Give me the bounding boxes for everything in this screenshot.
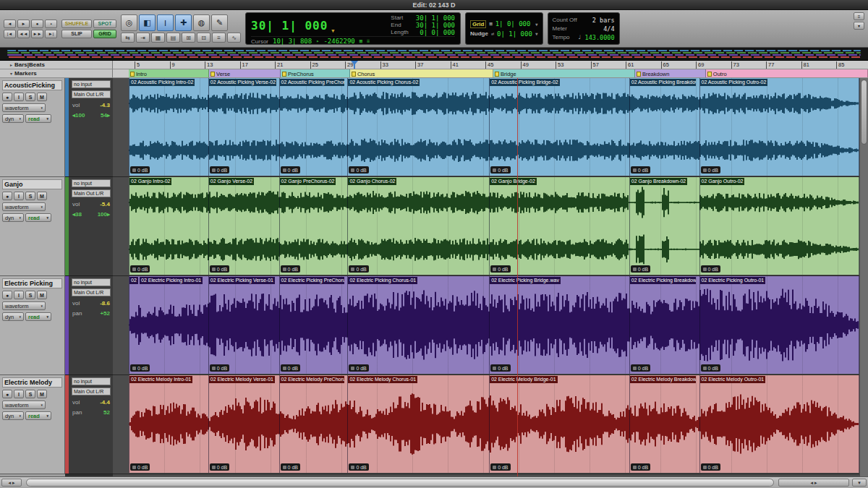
vol-value[interactable]: -8.6 [100, 300, 110, 307]
hscroll-corner-button[interactable]: ▾ [852, 479, 867, 487]
clip-gain-badge[interactable]: 0 dB [349, 364, 368, 372]
bars-beats-ruler-label[interactable]: ▸ Bars|Beats [0, 61, 113, 69]
clips-electric-melody[interactable]: 02 Electric Melody Intro-010 dB02 Electr… [129, 375, 859, 473]
solo-button[interactable]: S [25, 93, 35, 101]
markers-ruler[interactable]: IntroVersePreChorusChorusBridgeBreakdown… [113, 69, 868, 78]
tool-selector[interactable]: I [157, 14, 174, 31]
clip-gain-badge[interactable]: 0 dB [490, 265, 510, 273]
clip-gain-badge[interactable]: 0 dB [210, 364, 229, 372]
clip-gain-badge[interactable]: 0 dB [210, 463, 229, 471]
vertical-scroll-thumb[interactable] [861, 80, 867, 145]
mode-grid[interactable]: GRID [93, 30, 116, 38]
pan-values[interactable]: ◂38100▸ [72, 211, 110, 218]
pan-value[interactable]: +52 [100, 310, 110, 317]
toolbar-misc-icon-4[interactable]: ▤ [166, 33, 180, 43]
cursor-list-icon[interactable]: ≣ [367, 38, 370, 44]
toolbar-menu-icon-1[interactable]: ≡ [854, 12, 864, 20]
zoom-button-7[interactable]: ►► [31, 30, 43, 38]
automation-mode-button[interactable]: read▾ [25, 312, 51, 321]
clip-gain-badge[interactable]: 0 dB [210, 265, 229, 273]
clip-gain-badge[interactable]: 0 dB [281, 463, 300, 471]
countoff-row[interactable]: Count Off 2 bars [553, 17, 615, 24]
clip-gain-badge[interactable]: 0 dB [349, 265, 368, 273]
mode-slip[interactable]: SLIP [61, 30, 92, 38]
mute-button[interactable]: M [37, 192, 47, 200]
window-titlebar[interactable]: Edit: 02 143 D [0, 0, 868, 10]
marker-bridge[interactable]: Bridge [493, 69, 635, 78]
record-button[interactable]: ● [2, 192, 12, 200]
grid-value[interactable]: 1| 0| 000 [495, 20, 531, 27]
tool-pencil[interactable]: ✎ [211, 14, 228, 31]
horizontal-scrollbar[interactable]: ◂ ▸ ◂ ▸ ▾ [0, 476, 868, 488]
mode-shuffle[interactable]: SHUFFLE [61, 20, 92, 28]
output-selector[interactable]: Main Out L/R [72, 90, 111, 98]
vol-value[interactable]: -5.4 [100, 201, 110, 207]
toolbar-misc-icon-7[interactable]: ≡ [212, 33, 226, 43]
input-selector[interactable]: no input [72, 377, 111, 385]
main-counter[interactable]: 30| 1| 000 ▼ [251, 14, 336, 36]
grid-row[interactable]: Grid ▦ 1| 0| 000 ▼ [470, 20, 538, 28]
track-view-selector[interactable]: waveform▾ [2, 401, 46, 409]
universe-overview[interactable] [0, 48, 868, 61]
track-header-acousticpicking[interactable]: AcousticPicking●ISMwaveform▾dyn▾read▾ [0, 78, 65, 177]
automation-dyn-button[interactable]: dyn▾ [2, 312, 24, 321]
clips-electric-picking[interactable]: 0202 Electric Picking Intro-010 dB02 Ele… [129, 276, 859, 374]
meter-row[interactable]: Meter 4/4 [553, 25, 615, 33]
clip-gain-badge[interactable]: 0 dB [349, 166, 368, 174]
vol-value[interactable]: -4.4 [100, 399, 110, 406]
output-selector[interactable]: Main Out L/R [72, 288, 111, 296]
toolbar-misc-icon-2[interactable]: ⇥ [136, 33, 150, 43]
track-header-ganjo[interactable]: Ganjo●ISMwaveform▾dyn▾read▾ [0, 177, 65, 276]
track-view-selector[interactable]: waveform▾ [2, 301, 46, 310]
clip-gain-badge[interactable]: 0 dB [631, 364, 650, 372]
clip-gain-badge[interactable]: 0 dB [631, 265, 650, 273]
mode-spot[interactable]: SPOT [93, 20, 116, 28]
clip-gain-badge[interactable]: 0 dB [281, 265, 300, 273]
zoom-button-3[interactable]: ● [31, 20, 43, 28]
clip-gain-badge[interactable]: 0 dB [490, 463, 510, 471]
record-button[interactable]: ● [2, 390, 12, 398]
mute-button[interactable]: M [37, 390, 47, 398]
clip-gain-badge[interactable]: 0 dB [130, 166, 150, 174]
tempo-row[interactable]: Tempo ♩ 143.0000 [553, 34, 615, 41]
clips-ganjo[interactable]: 02 Ganjo Intro-020 dB02 Ganjo Verse-020 … [129, 177, 859, 275]
automation-mode-button[interactable]: read▾ [25, 114, 51, 123]
edit-cursor-marker[interactable] [354, 61, 355, 69]
clip-gain-badge[interactable]: 0 dB [701, 463, 720, 471]
zoom-button-1[interactable]: ◄ [4, 20, 16, 28]
toolbar-misc-icon-6[interactable]: ⊟ [197, 33, 210, 43]
marker-chorus[interactable]: Chorus [350, 69, 493, 78]
nudge-row[interactable]: Nudge ⇄ 0| 1| 000 ▼ [470, 30, 538, 38]
zoom-button-8[interactable]: ►| [45, 30, 57, 38]
bars-beats-ruler[interactable]: 5913172125293337414549535761656973778185 [113, 61, 868, 69]
selection-length-value[interactable]: 0| 0| 000 [416, 29, 455, 36]
automation-dyn-button[interactable]: dyn▾ [2, 114, 24, 123]
clip-gain-badge[interactable]: 0 dB [490, 364, 510, 372]
marker-verse[interactable]: Verse [209, 69, 281, 78]
tool-grabber[interactable]: ✚ [175, 14, 192, 31]
clip-gain-badge[interactable]: 0 dB [490, 166, 510, 174]
clip-gain-badge[interactable]: 0 dB [631, 463, 650, 471]
mute-button[interactable]: M [37, 291, 47, 299]
automation-dyn-button[interactable]: dyn▾ [2, 411, 24, 420]
zoom-button-4[interactable]: ▪ [45, 20, 57, 28]
automation-mode-button[interactable]: read▾ [25, 411, 51, 420]
tool-zoomer[interactable]: ◎ [121, 14, 137, 31]
input-monitor-button[interactable]: I [14, 192, 24, 200]
marker-prechorus[interactable]: PreChorus [281, 69, 350, 78]
tool-trim[interactable]: ◧ [139, 14, 156, 31]
marker-outro[interactable]: Outro [706, 69, 868, 78]
nudge-value[interactable]: 0| 1| 000 [497, 30, 532, 38]
toolbar-misc-icon-8[interactable]: ∿ [227, 33, 241, 43]
clip-gain-badge[interactable]: 0 dB [281, 364, 300, 372]
output-selector[interactable]: Main Out L/R [72, 388, 111, 395]
clip-gain-badge[interactable]: 0 dB [210, 166, 229, 174]
cursor-grid-icon[interactable]: ▦ [359, 38, 362, 44]
input-selector[interactable]: no input [72, 278, 111, 286]
record-button[interactable]: ● [2, 291, 12, 299]
output-selector[interactable]: Main Out L/R [72, 189, 111, 197]
clips-acousticpicking[interactable]: 02 Acoustic Picking Intro-020 dB02 Acous… [129, 78, 859, 176]
hscroll-left-buttons[interactable]: ◂ ▸ [1, 479, 22, 487]
automation-dyn-button[interactable]: dyn▾ [2, 213, 24, 222]
clip-gain-badge[interactable]: 0 dB [130, 463, 150, 471]
